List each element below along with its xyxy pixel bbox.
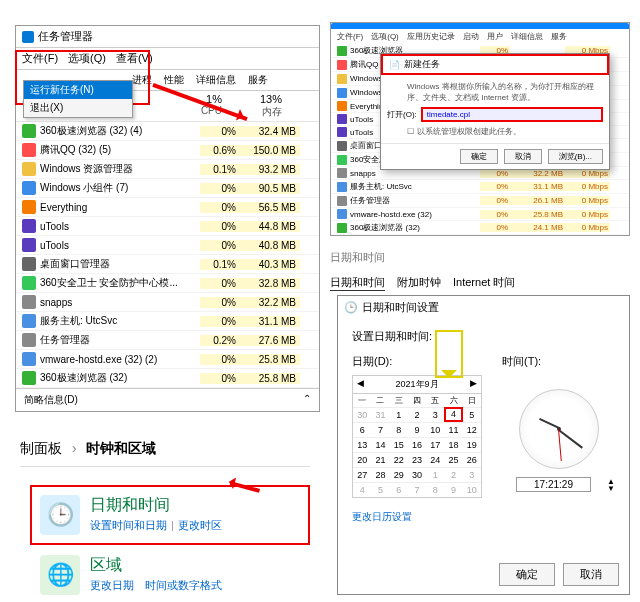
cal-day[interactable]: 7: [408, 482, 426, 497]
tab-additional-clocks[interactable]: 附加时钟: [397, 275, 441, 291]
cal-day[interactable]: 3: [463, 467, 481, 482]
time-label: 时间(T):: [502, 354, 615, 369]
tab-processes[interactable]: 进程: [132, 73, 152, 87]
menu-file[interactable]: 文件(F): [22, 51, 58, 66]
cal-day[interactable]: 10: [463, 482, 481, 497]
cal-day[interactable]: 21: [371, 452, 389, 467]
cal-day[interactable]: 31: [371, 407, 389, 422]
ok-button[interactable]: 确定: [499, 563, 555, 586]
cal-day[interactable]: 9: [444, 482, 462, 497]
open-label: 打开(O):: [387, 109, 417, 120]
cal-day[interactable]: 24: [426, 452, 444, 467]
cal-day[interactable]: 14: [371, 437, 389, 452]
cal-next-button[interactable]: ▶: [470, 378, 477, 391]
task-manager-icon: [22, 31, 34, 43]
cal-day[interactable]: 1: [426, 467, 444, 482]
table-row[interactable]: 任务管理器0%26.1 MB0 Mbps: [331, 194, 629, 208]
cal-day[interactable]: 29: [390, 467, 408, 482]
cal-day[interactable]: 4: [353, 482, 371, 497]
table-row[interactable]: 腾讯QQ (32) (5)0.6%150.0 MB: [16, 141, 319, 160]
table-row[interactable]: 360极速浏览器 (32)0%24.1 MB0 Mbps: [331, 221, 629, 235]
table-row[interactable]: uTools0%40.8 MB: [16, 236, 319, 255]
region-control-panel-item[interactable]: 🌐 区域 更改日期 时间或数字格式: [30, 545, 310, 602]
table-row[interactable]: Everything0%56.5 MB: [16, 198, 319, 217]
table-row[interactable]: uTools0%44.8 MB: [16, 217, 319, 236]
cal-day[interactable]: 9: [408, 422, 426, 437]
cal-day[interactable]: 19: [463, 437, 481, 452]
admin-checkbox[interactable]: ☐ 以系统管理权限创建此任务。: [407, 126, 603, 137]
table-row[interactable]: 服务主机: UtcSvc0%31.1 MB0 Mbps: [331, 180, 629, 194]
time-spinner-icon[interactable]: ▲▼: [607, 478, 615, 492]
table-row[interactable]: 360极速浏览器 (32) (4)0%32.4 MB: [16, 122, 319, 141]
table-row[interactable]: snapps0%32.2 MB: [16, 293, 319, 312]
tm-menubar: 文件(F) 选项(Q) 查看(V): [16, 48, 319, 70]
cal-day[interactable]: 6: [390, 482, 408, 497]
tab-performance[interactable]: 性能: [164, 73, 184, 87]
cal-day[interactable]: 11: [444, 422, 462, 437]
cal-day[interactable]: 2: [408, 407, 426, 422]
cal-day[interactable]: 5: [463, 407, 481, 422]
cal-day[interactable]: 7: [371, 422, 389, 437]
table-row[interactable]: Windows 资源管理器0.1%93.2 MB: [16, 160, 319, 179]
cal-day[interactable]: 20: [353, 452, 371, 467]
menu-view[interactable]: 查看(V): [116, 51, 153, 66]
tab-internet-time[interactable]: Internet 时间: [453, 275, 515, 291]
process-icon: [22, 352, 36, 366]
cal-day[interactable]: 6: [353, 422, 371, 437]
table-row[interactable]: vmware-hostd.exe (32)0%25.8 MB0 Mbps: [331, 208, 629, 221]
cal-day[interactable]: 8: [390, 422, 408, 437]
cal-day[interactable]: 10: [426, 422, 444, 437]
cancel-button[interactable]: 取消: [504, 149, 542, 164]
submenu-run-new-task[interactable]: 运行新任务(N): [24, 81, 132, 99]
chevron-up-icon: ⌃: [303, 393, 311, 404]
table-row[interactable]: 服务主机: UtcSvc0%31.1 MB: [16, 312, 319, 331]
table-row[interactable]: vmware-hostd.exe (32) (2)0%25.8 MB: [16, 350, 319, 369]
menu-options[interactable]: 选项(Q): [68, 51, 106, 66]
cal-day[interactable]: 3: [426, 407, 444, 422]
open-input[interactable]: timedate.cpl: [421, 107, 603, 122]
table-row[interactable]: Windows 小组件 (7)0%90.5 MB: [16, 179, 319, 198]
run-new-task-dialog: 📄 新建任务 Windows 将根据你所输入的名称，为你打开相应的程序、文件夹、…: [380, 53, 610, 170]
cal-day[interactable]: 30: [353, 407, 371, 422]
ok-button[interactable]: 确定: [460, 149, 498, 164]
cal-day[interactable]: 16: [408, 437, 426, 452]
table-row[interactable]: 桌面窗口管理器0.1%40.3 MB: [16, 255, 319, 274]
process-icon: [337, 223, 347, 233]
cal-day[interactable]: 12: [463, 422, 481, 437]
cal-day[interactable]: 5: [371, 482, 389, 497]
change-calendar-settings-link[interactable]: 更改日历设置: [352, 510, 412, 524]
browse-button[interactable]: 浏览(B)...: [548, 149, 603, 164]
cal-day[interactable]: 17: [426, 437, 444, 452]
process-icon: [337, 46, 347, 56]
cal-day[interactable]: 26: [463, 452, 481, 467]
cal-day[interactable]: 23: [408, 452, 426, 467]
cal-day[interactable]: 25: [444, 452, 462, 467]
cal-day[interactable]: 8: [426, 482, 444, 497]
cal-day[interactable]: 28: [371, 467, 389, 482]
table-row[interactable]: 360安全卫士 安全防护中心模...0%32.8 MB: [16, 274, 319, 293]
tab-datetime[interactable]: 日期和时间: [330, 275, 385, 291]
cal-day[interactable]: 13: [353, 437, 371, 452]
tab-details[interactable]: 详细信息: [196, 73, 236, 87]
cal-prev-button[interactable]: ◀: [357, 378, 364, 391]
cal-month: 2021年9月: [395, 378, 438, 391]
cal-day[interactable]: 22: [390, 452, 408, 467]
cal-day[interactable]: 27: [353, 467, 371, 482]
cal-day[interactable]: 15: [390, 437, 408, 452]
cancel-button[interactable]: 取消: [563, 563, 619, 586]
cal-day[interactable]: 4: [444, 407, 462, 422]
tm-fewer-details[interactable]: ⌃ 简略信息(D): [16, 388, 319, 411]
cal-day[interactable]: 30: [408, 467, 426, 482]
datetime-control-panel-item[interactable]: 🕒 日期和时间 设置时间和日期|更改时区: [30, 485, 310, 545]
submenu-exit[interactable]: 退出(X): [24, 99, 132, 117]
cal-day[interactable]: 18: [444, 437, 462, 452]
cal-day[interactable]: 2: [444, 467, 462, 482]
table-row[interactable]: 360极速浏览器 (32)0%25.8 MB: [16, 369, 319, 388]
date-label: 日期(D):: [352, 354, 482, 369]
tab-services[interactable]: 服务: [248, 73, 268, 87]
cal-day[interactable]: 1: [390, 407, 408, 422]
table-row[interactable]: 任务管理器0.2%27.6 MB: [16, 331, 319, 350]
process-icon: [22, 314, 36, 328]
time-input[interactable]: 17:21:29: [516, 477, 591, 492]
process-icon: [337, 182, 347, 192]
